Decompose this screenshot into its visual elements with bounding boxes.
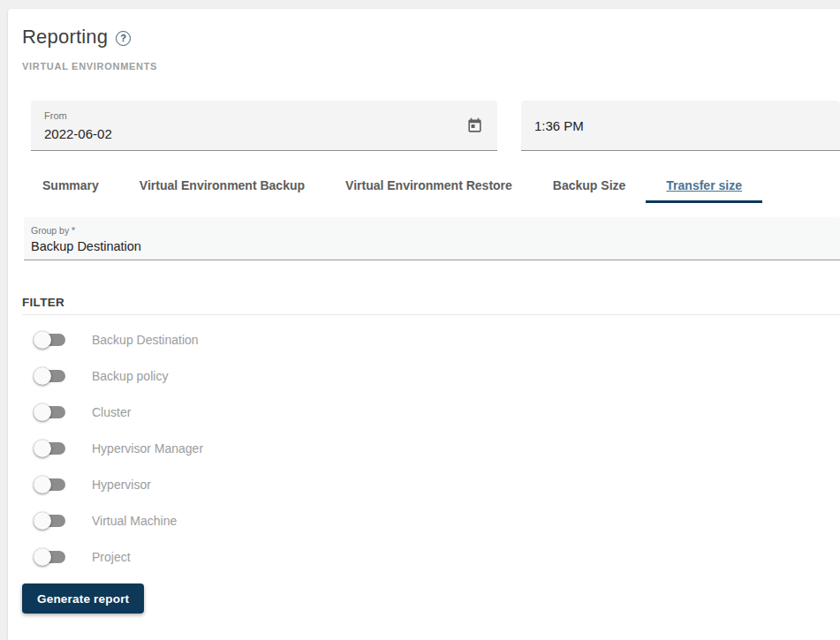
toggle-switch[interactable] — [34, 512, 67, 530]
from-date-field[interactable]: From 2022-06-02 — [31, 101, 497, 151]
tab-virtual-environment-backup[interactable]: Virtual Environment Backup — [119, 168, 325, 203]
group-by-label: Group by * — [31, 225, 75, 236]
from-date-value: 2022-06-02 — [44, 126, 112, 141]
toggle-switch[interactable] — [34, 331, 67, 349]
filter-toggle-list: Backup Destination Backup policy Cluster — [8, 321, 840, 575]
filter-heading: FILTER — [22, 296, 840, 309]
toggle-switch[interactable] — [34, 403, 67, 421]
toggle-thumb — [34, 512, 51, 530]
time-value: 1:36 PM — [534, 118, 584, 133]
toggle-label: Backup policy — [92, 369, 168, 383]
tab-summary[interactable]: Summary — [22, 168, 119, 203]
toggle-thumb — [34, 476, 51, 493]
tab-label: Summary — [42, 178, 99, 192]
toggle-label: Hypervisor — [92, 478, 151, 492]
tab-transfer-size[interactable]: Transfer size — [646, 168, 762, 203]
filter-toggle-row-backup-destination: Backup Destination — [8, 321, 840, 358]
help-icon[interactable]: ? — [116, 31, 131, 46]
tab-label: Virtual Environment Backup — [140, 178, 305, 192]
toggle-label: Project — [92, 550, 131, 564]
from-date-label: From — [44, 110, 67, 121]
filter-toggle-row-backup-policy: Backup policy — [8, 358, 840, 394]
filter-toggle-row-hypervisor: Hypervisor — [8, 466, 840, 502]
filter-divider — [22, 314, 840, 315]
toggle-thumb — [34, 403, 51, 421]
tab-virtual-environment-restore[interactable]: Virtual Environment Restore — [325, 168, 533, 203]
toggle-label: Virtual Machine — [92, 514, 177, 528]
toggle-switch[interactable] — [34, 440, 67, 457]
report-tabs: Summary Virtual Environment Backup Virtu… — [22, 168, 840, 203]
toggle-label: Hypervisor Manager — [92, 441, 203, 456]
calendar-icon[interactable] — [464, 115, 485, 136]
breadcrumb-section-label: VIRTUAL ENVIRONMENTS — [22, 61, 840, 72]
generate-report-button[interactable]: Generate report — [22, 584, 144, 614]
toggle-switch[interactable] — [34, 367, 67, 385]
datetime-row: From 2022-06-02 1:36 PM — [31, 101, 840, 151]
toggle-label: Cluster — [92, 405, 131, 419]
toggle-thumb — [34, 331, 51, 349]
toggle-thumb — [34, 548, 51, 566]
toggle-switch[interactable] — [34, 548, 67, 566]
group-by-value: Backup Destination — [31, 239, 141, 253]
page-title-row: Reporting ? — [22, 26, 840, 49]
reporting-card: Reporting ? VIRTUAL ENVIRONMENTS From 20… — [8, 9, 840, 640]
toggle-thumb — [34, 367, 51, 385]
toggle-thumb — [34, 440, 51, 457]
filter-toggle-row-hypervisor-manager: Hypervisor Manager — [8, 430, 840, 466]
filter-toggle-row-virtual-machine: Virtual Machine — [8, 502, 840, 538]
filter-toggle-row-project: Project — [8, 538, 840, 575]
toggle-label: Backup Destination — [92, 333, 199, 347]
tab-label: Backup Size — [553, 178, 625, 192]
filter-toggle-row-cluster: Cluster — [8, 394, 840, 430]
toggle-switch[interactable] — [34, 476, 67, 493]
group-by-select[interactable]: Group by * Backup Destination — [24, 217, 840, 260]
tab-label: Transfer size — [666, 178, 742, 192]
tab-label: Virtual Environment Restore — [345, 178, 512, 192]
time-field[interactable]: 1:36 PM — [521, 101, 840, 151]
page-title: Reporting — [22, 26, 108, 49]
tab-backup-size[interactable]: Backup Size — [533, 168, 646, 203]
